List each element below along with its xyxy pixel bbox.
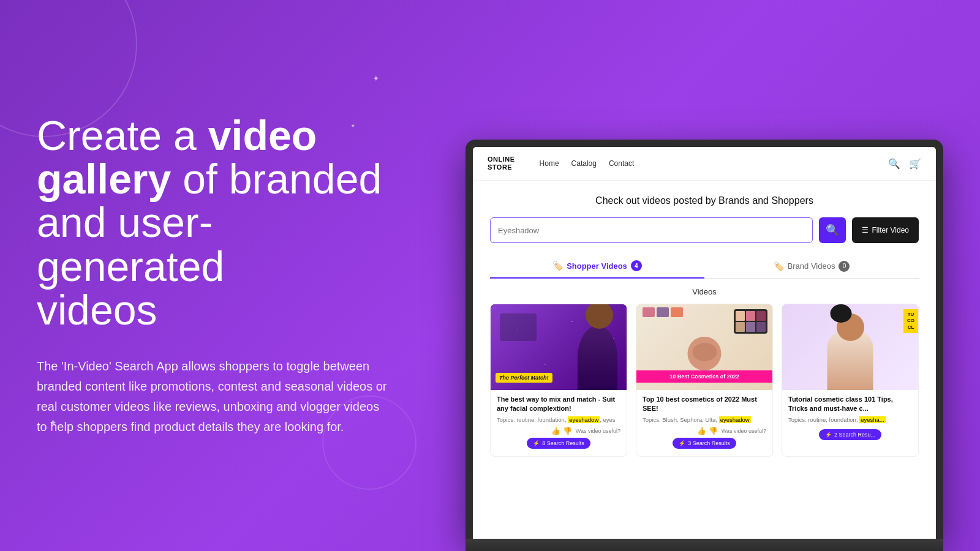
- results-icon-3: ⚡: [825, 432, 832, 438]
- video-1-title: The best way to mix and match - Suit any…: [497, 395, 620, 414]
- brand-logo: ONLINE STORE: [488, 156, 515, 171]
- thumbup-2[interactable]: 👍: [697, 427, 706, 435]
- useful-buttons-2[interactable]: 👍 👎: [697, 427, 718, 435]
- person-silhouette-1: [578, 326, 617, 390]
- results-row-1: ⚡ 8 Search Results: [497, 435, 620, 451]
- results-icon-1: ⚡: [533, 440, 540, 446]
- results-badge-1: ⚡ 8 Search Results: [527, 438, 590, 449]
- results-icon-2: ⚡: [679, 440, 685, 446]
- video-2-useful: 👍 👎 Was video useful?: [643, 427, 766, 435]
- topic-highlight-3: eyesha...: [859, 416, 886, 423]
- video-2-info: Top 10 best cosmetics of 2022 Must SEE! …: [636, 390, 772, 456]
- laptop-base: [466, 539, 943, 551]
- video-2-thumb-label: 10 Best Cosmetics of 2022: [636, 370, 772, 383]
- useful-text-1: Was video useful?: [576, 428, 620, 434]
- thumbdown-2[interactable]: 👎: [709, 427, 718, 435]
- shopper-badge: 4: [631, 260, 642, 271]
- headline-text-1: Create a: [37, 112, 208, 159]
- results-text-3: 2 Search Resu...: [834, 432, 875, 438]
- laptop-screen-outer: ONLINE STORE Home Catalog Contact 🔍 🛒: [466, 140, 943, 539]
- left-panel: ✦ ✦ ✦ Create a video gallery of brandeda…: [0, 0, 429, 551]
- video-card-3[interactable]: TUCOCL Tutorial cosmetic class 101 Tips,…: [782, 304, 919, 457]
- tab-brand-videos[interactable]: 🏷️ Brand Videos 0: [704, 254, 919, 278]
- topic-highlight-1: eyeshadow: [568, 416, 600, 423]
- video-1-info: The best way to mix and match - Suit any…: [491, 390, 627, 456]
- filter-button[interactable]: ☰ Filter Video: [852, 217, 919, 243]
- search-icon[interactable]: 🔍: [888, 158, 900, 170]
- main-content: Check out videos posted by Brands and Sh…: [473, 181, 936, 539]
- tab-shopper-videos[interactable]: 🏷️ Shopper Videos 4: [490, 254, 704, 279]
- nav-links: Home Catalog Contact: [540, 159, 873, 168]
- video-1-thumb-label: The Perfect Match!: [496, 373, 552, 383]
- useful-buttons-1[interactable]: 👍 👎: [551, 427, 572, 435]
- cosmetics-top: [643, 307, 683, 317]
- filter-icon: ☰: [862, 226, 869, 234]
- video-card-1[interactable]: The Perfect Match! The best way to mix a…: [490, 304, 627, 457]
- videos-section-title: Videos: [490, 287, 919, 296]
- video-3-label: TUCOCL: [903, 309, 918, 333]
- thumbup-1[interactable]: 👍: [551, 427, 560, 435]
- topic-highlight-2: eyeshadow: [719, 416, 751, 423]
- video-thumb-2: 10 Best Cosmetics of 2022: [636, 304, 772, 390]
- person-face-2: [688, 337, 722, 370]
- brand-videos-label: Brand Videos: [788, 261, 835, 271]
- laptop-overlay: [491, 304, 559, 347]
- video-3-info: Tutorial cosmetic class 101 Tips, Tricks…: [782, 390, 918, 448]
- useful-text-2: Was video useful?: [722, 428, 766, 434]
- results-row-3: ⚡ 2 Search Resu...: [788, 427, 912, 443]
- video-thumb-3: TUCOCL: [782, 304, 918, 390]
- headline-bold-video: video: [208, 112, 317, 159]
- video-2-title: Top 10 best cosmetics of 2022 Must SEE!: [643, 395, 766, 414]
- thumbdown-1[interactable]: 👎: [563, 427, 572, 435]
- person-3: [827, 329, 873, 390]
- brand-badge: 0: [839, 261, 850, 272]
- results-row-2: ⚡ 3 Search Results: [643, 435, 766, 451]
- video-1-useful: 👍 👎 Was video useful?: [497, 427, 620, 435]
- brand-line2: STORE: [488, 163, 515, 171]
- section-title: Check out videos posted by Brands and Sh…: [490, 195, 919, 206]
- shopper-videos-label: Shopper Videos: [567, 261, 627, 271]
- results-text-1: 8 Search Results: [542, 440, 584, 446]
- sparkle-decoration: ✦: [372, 73, 380, 83]
- cart-icon[interactable]: 🛒: [909, 158, 921, 170]
- video-3-topics: Topics: routine, foundation, eyesha...: [788, 416, 912, 423]
- search-bar: 🔍 ☰ Filter Video: [490, 217, 919, 243]
- video-2-topics: Topics: Blush, Sephora, Ulta, eyeshadow: [643, 416, 766, 423]
- laptop-screen-inner: ONLINE STORE Home Catalog Contact 🔍 🛒: [473, 147, 936, 539]
- video-1-topics: Topics: routine, foundation, eyeshadow, …: [497, 416, 620, 423]
- laptop: ONLINE STORE Home Catalog Contact 🔍 🛒: [466, 140, 943, 551]
- sparkle-decoration: ✦: [350, 122, 355, 129]
- tabs: 🏷️ Shopper Videos 4 🏷️ Brand Videos 0: [490, 254, 919, 279]
- video-card-2[interactable]: 10 Best Cosmetics of 2022 Top 10 best co…: [636, 304, 773, 457]
- search-input-wrapper[interactable]: [490, 217, 813, 243]
- results-badge-3: ⚡ 2 Search Resu...: [819, 429, 881, 440]
- nav-catalog[interactable]: Catalog: [571, 159, 597, 168]
- results-text-2: 3 Search Results: [688, 440, 730, 446]
- search-button[interactable]: 🔍: [819, 217, 846, 243]
- video-3-title: Tutorial cosmetic class 101 Tips, Tricks…: [788, 395, 912, 414]
- videos-grid: The Perfect Match! The best way to mix a…: [490, 304, 919, 457]
- nav-icons: 🔍 🛒: [888, 158, 921, 170]
- results-badge-2: ⚡ 3 Search Results: [673, 438, 736, 449]
- headline-bold-gallery: gallery: [37, 156, 171, 202]
- website-nav: ONLINE STORE Home Catalog Contact 🔍 🛒: [473, 147, 936, 181]
- cosmetics-palette: [734, 309, 767, 334]
- search-input[interactable]: [498, 220, 805, 241]
- sparkle-decoration: ✦: [49, 417, 57, 429]
- nav-contact[interactable]: Contact: [609, 159, 634, 168]
- brand-line1: ONLINE: [488, 156, 515, 163]
- video-thumb-1: The Perfect Match!: [491, 304, 627, 390]
- description-text: The 'In-Video' Search App allows shopper…: [37, 356, 392, 437]
- main-headline: Create a video gallery of brandedand use…: [37, 114, 392, 332]
- brand-tag-icon: 🏷️: [774, 261, 784, 271]
- website-content: ONLINE STORE Home Catalog Contact 🔍 🛒: [473, 147, 936, 539]
- filter-label: Filter Video: [872, 226, 909, 234]
- tag-icon: 🏷️: [552, 261, 563, 271]
- right-panel: ONLINE STORE Home Catalog Contact 🔍 🛒: [429, 0, 980, 551]
- nav-home[interactable]: Home: [540, 159, 559, 168]
